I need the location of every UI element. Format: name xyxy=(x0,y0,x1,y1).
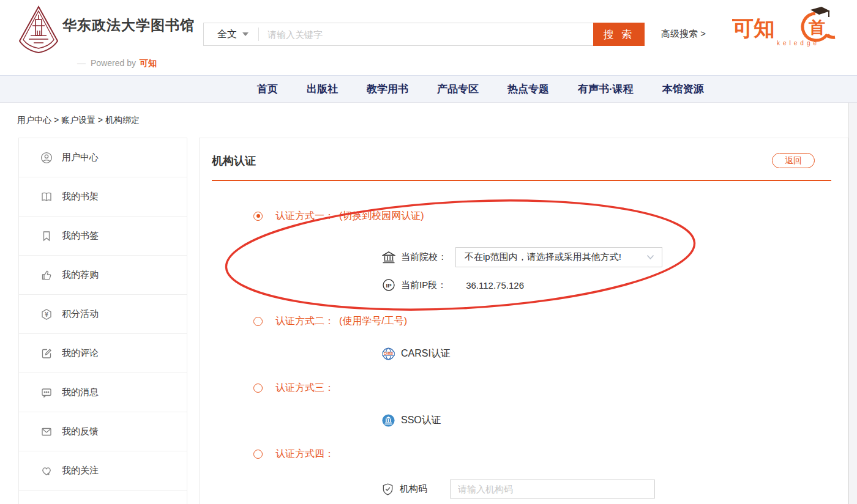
sso-auth-label: SSO认证 xyxy=(401,414,441,427)
heart-plus-icon xyxy=(40,465,53,477)
scrollbar-track[interactable] xyxy=(848,103,857,504)
current-school-select[interactable]: 不在ip范围内，请选择或采用其他方式! xyxy=(455,247,662,267)
auth-method-2-hint: (使用学号/工号) xyxy=(339,315,407,328)
message-bubble-icon xyxy=(40,387,53,399)
search-button[interactable]: 搜 索 xyxy=(593,23,645,46)
page-title: 机构认证 xyxy=(212,154,256,168)
auth-method-1-row: 认证方式一： (切换到校园网认证) xyxy=(253,209,424,223)
site-title: 华东政法大学图书馆 xyxy=(62,16,195,35)
svg-text:keledge: keledge xyxy=(777,40,820,46)
current-school-value: 不在ip范围内，请选择或采用其他方式! xyxy=(465,251,646,263)
auth-method-2-label: 认证方式二： xyxy=(275,315,334,328)
sidebar-item-my-comments[interactable]: 我的评论 xyxy=(19,334,187,373)
user-icon xyxy=(40,152,53,164)
advanced-search-link[interactable]: 高级搜索 > xyxy=(661,28,706,40)
sidebar-item-label: 我的反馈 xyxy=(62,426,99,437)
sidebar-item-my-follows[interactable]: 我的关注 xyxy=(19,451,187,491)
powered-by-text: Powered by xyxy=(91,58,136,68)
org-code-row: 机构码 xyxy=(381,480,655,498)
org-code-label: 机构码 xyxy=(400,483,427,495)
auth-method-2-row: 认证方式二： (使用学号/工号) xyxy=(253,314,407,328)
sidebar-item-my-recommendations[interactable]: 我的荐购 xyxy=(19,256,187,295)
svg-text:首: 首 xyxy=(808,18,825,37)
auth-method-4-row: 认证方式四： xyxy=(253,447,339,461)
search-scope-value: 全文 xyxy=(217,28,237,41)
institution-bank-icon xyxy=(382,251,395,264)
org-code-input[interactable] xyxy=(450,480,655,498)
thumbs-up-icon xyxy=(40,269,53,281)
svg-text:IP: IP xyxy=(386,282,392,289)
sidebar-item-points-activity[interactable]: ¥ 积分活动 xyxy=(19,295,187,334)
search-bar: 全文 搜 索 xyxy=(203,23,645,46)
search-field-wrap: 全文 xyxy=(203,23,593,46)
institution-auth-panel: 机构认证 返回 认证方式一： (切换到校园网认证) 当前院校： 不在ip范围内，… xyxy=(199,138,848,504)
keledge-logo-text: 可知 xyxy=(732,16,775,40)
title-divider xyxy=(212,180,831,181)
chevron-down-icon xyxy=(242,32,249,36)
dash-decoration: — xyxy=(77,58,86,68)
sidebar-item-label: 我的消息 xyxy=(62,387,99,398)
points-yen-icon: ¥ xyxy=(40,308,53,321)
page: 华东政法大学图书馆 —Powered by可知 全文 搜 索 高级搜索 > 可知… xyxy=(0,0,857,504)
open-book-icon xyxy=(40,191,53,203)
carsi-auth-row[interactable]: CARSI CARSI认证 xyxy=(381,346,451,361)
auth-method-4-label: 认证方式四： xyxy=(275,448,334,461)
shield-check-icon xyxy=(381,483,394,496)
keledge-dao-glyph: 首 xyxy=(803,7,835,40)
radio-auth-method-3[interactable] xyxy=(253,384,263,393)
keledge-logo: 可知 首 keledge xyxy=(732,6,836,56)
auth-method-3-label: 认证方式三： xyxy=(275,382,334,395)
sidebar-item-label: 积分活动 xyxy=(62,308,99,320)
nav-item-publishers[interactable]: 出版社 xyxy=(307,82,338,96)
main-nav: 首页 出版社 教学用书 产品专区 热点专题 有声书·课程 本馆资源 xyxy=(0,75,857,103)
chevron-down-icon xyxy=(646,254,654,260)
breadcrumb: 用户中心 > 账户设置 > 机构绑定 xyxy=(17,115,140,126)
sidebar: 用户中心 我的书架 我的书签 我的荐购 ¥ 积分活动 我的评论 我的消息 我的反 xyxy=(18,138,187,504)
current-ip-label: 当前IP段： xyxy=(401,280,446,291)
search-scope-select[interactable]: 全文 xyxy=(204,28,258,41)
nav-item-home[interactable]: 首页 xyxy=(257,82,278,96)
edit-comment-icon xyxy=(40,347,53,360)
nav-item-library-resources[interactable]: 本馆资源 xyxy=(662,82,704,96)
nav-item-hot-topics[interactable]: 热点专题 xyxy=(507,82,549,96)
sidebar-item-label: 我的评论 xyxy=(62,347,99,359)
powered-by: —Powered by可知 xyxy=(77,58,157,69)
svg-text:¥: ¥ xyxy=(45,311,48,317)
current-school-label: 当前院校： xyxy=(401,251,447,263)
sidebar-item-user-center[interactable]: 用户中心 xyxy=(19,138,187,177)
sidebar-item-my-bookshelf[interactable]: 我的书架 xyxy=(19,177,187,217)
sidebar-item-label: 我的书签 xyxy=(62,230,99,242)
ip-icon: IP xyxy=(382,278,395,292)
radio-auth-method-4[interactable] xyxy=(253,450,263,459)
current-school-row: 当前院校： 不在ip范围内，请选择或采用其他方式! xyxy=(382,247,662,267)
university-logo xyxy=(17,5,60,61)
sidebar-item-my-bookmarks[interactable]: 我的书签 xyxy=(19,217,187,256)
auth-method-3-row: 认证方式三： xyxy=(253,381,339,395)
nav-item-textbooks[interactable]: 教学用书 xyxy=(367,82,408,96)
carsi-globe-icon: CARSI xyxy=(381,347,395,361)
sidebar-item-label: 我的书架 xyxy=(62,191,99,202)
back-button[interactable]: 返回 xyxy=(772,153,815,168)
carsi-auth-label: CARSI认证 xyxy=(401,347,451,360)
sso-icon xyxy=(381,413,395,428)
search-input[interactable] xyxy=(259,29,593,40)
bookmark-icon xyxy=(40,230,53,242)
envelope-icon xyxy=(40,426,53,438)
nav-item-audiobooks-courses[interactable]: 有声书·课程 xyxy=(578,82,634,96)
nav-item-product-zone[interactable]: 产品专区 xyxy=(437,82,479,96)
radio-auth-method-2[interactable] xyxy=(253,317,263,326)
current-ip-row: IP 当前IP段： 36.112.75.126 xyxy=(382,277,524,293)
current-ip-value: 36.112.75.126 xyxy=(466,280,524,291)
sidebar-item-my-feedback[interactable]: 我的反馈 xyxy=(19,412,187,451)
sidebar-item-label: 我的荐购 xyxy=(62,269,99,281)
radio-auth-method-1[interactable] xyxy=(253,212,263,221)
powered-brand: 可知 xyxy=(140,58,157,68)
sidebar-item-label: 用户中心 xyxy=(62,152,99,163)
auth-method-1-hint: (切换到校园网认证) xyxy=(339,210,424,223)
auth-method-1-label: 认证方式一： xyxy=(275,210,334,223)
sidebar-item-label: 我的关注 xyxy=(62,465,99,476)
sidebar-item-my-messages[interactable]: 我的消息 xyxy=(19,373,187,412)
sso-auth-row[interactable]: SSO认证 xyxy=(381,412,441,428)
svg-text:CARSI: CARSI xyxy=(384,352,394,355)
